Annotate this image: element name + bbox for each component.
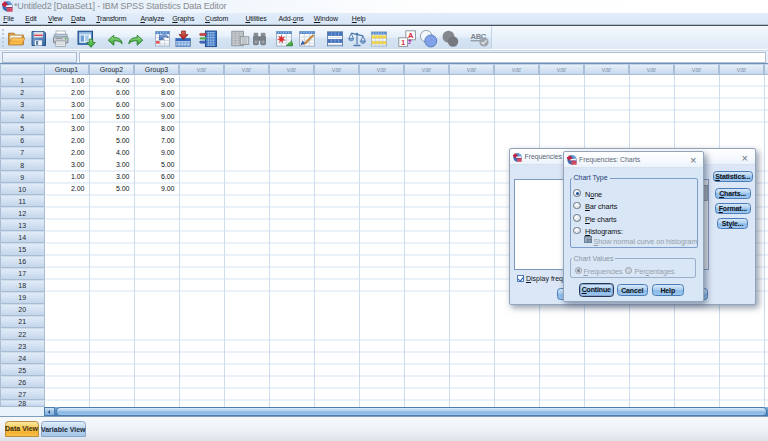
svg-text:A: A — [407, 31, 413, 40]
svg-text:1: 1 — [401, 39, 405, 46]
